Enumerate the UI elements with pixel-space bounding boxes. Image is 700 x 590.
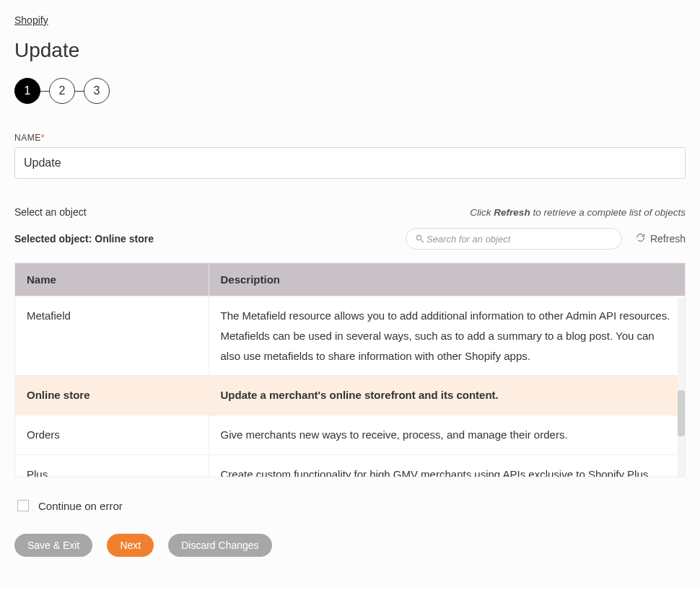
continue-on-error-row[interactable]: Continue on error xyxy=(14,498,686,514)
selected-value: Online store xyxy=(95,233,154,245)
selected-prefix: Selected object: xyxy=(14,233,95,245)
step-1[interactable]: 1 xyxy=(14,78,40,104)
helper-pre: Click xyxy=(470,207,494,218)
object-table-wrap: Name Description MetafieldThe Metafield … xyxy=(14,263,686,477)
continue-on-error-checkbox[interactable] xyxy=(17,500,29,511)
table-row[interactable]: OrdersGive merchants new ways to receive… xyxy=(15,415,685,455)
name-label: NAME* xyxy=(14,133,686,143)
table-row[interactable]: PlusCreate custom functionality for high… xyxy=(15,454,685,477)
refresh-helper-text: Click Refresh to retrieve a complete lis… xyxy=(470,207,686,218)
refresh-button[interactable]: Refresh xyxy=(635,232,686,245)
cell-description: The Metafield resource allows you to add… xyxy=(209,296,685,376)
refresh-icon xyxy=(635,232,646,245)
next-button[interactable]: Next xyxy=(107,534,154,557)
breadcrumb-shopify[interactable]: Shopify xyxy=(14,14,48,26)
step-2[interactable]: 2 xyxy=(49,78,75,104)
cell-name: Orders xyxy=(15,415,209,455)
refresh-label: Refresh xyxy=(650,233,686,245)
name-input[interactable] xyxy=(14,147,686,179)
continue-on-error-label: Continue on error xyxy=(38,500,123,512)
stepper: 1 2 3 xyxy=(14,78,686,104)
discard-changes-button[interactable]: Discard Changes xyxy=(168,534,271,557)
step-separator xyxy=(75,91,84,92)
cell-description: Give merchants new ways to receive, proc… xyxy=(209,415,685,455)
column-header-name[interactable]: Name xyxy=(15,263,209,296)
search-input[interactable] xyxy=(425,233,613,245)
step-separator xyxy=(40,91,49,92)
select-object-heading: Select an object xyxy=(14,206,87,218)
cell-name: Metafield xyxy=(15,296,209,376)
table-row[interactable]: Online storeUpdate a merchant's online s… xyxy=(15,376,685,415)
object-table: Name Description MetafieldThe Metafield … xyxy=(15,263,685,477)
cell-description: Create custom functionality for high GMV… xyxy=(209,454,685,477)
helper-strong: Refresh xyxy=(494,207,530,218)
step-3[interactable]: 3 xyxy=(84,78,110,104)
cell-name: Plus xyxy=(15,454,209,477)
name-label-text: NAME xyxy=(14,133,41,143)
save-exit-button[interactable]: Save & Exit xyxy=(14,534,92,557)
column-header-description[interactable]: Description xyxy=(209,263,685,296)
selected-object-text: Selected object: Online store xyxy=(14,233,154,245)
cell-description: Update a merchant's online storefront an… xyxy=(209,376,685,415)
table-row[interactable]: MetafieldThe Metafield resource allows y… xyxy=(15,296,685,376)
scrollbar-thumb[interactable] xyxy=(678,390,685,436)
search-box[interactable] xyxy=(406,228,622,250)
cell-name: Online store xyxy=(15,376,209,415)
page-title: Update xyxy=(14,39,686,62)
search-icon xyxy=(415,234,425,244)
scrollbar-track[interactable] xyxy=(678,298,685,477)
required-marker: * xyxy=(41,133,45,143)
helper-post: to retrieve a complete list of objects xyxy=(530,207,686,218)
